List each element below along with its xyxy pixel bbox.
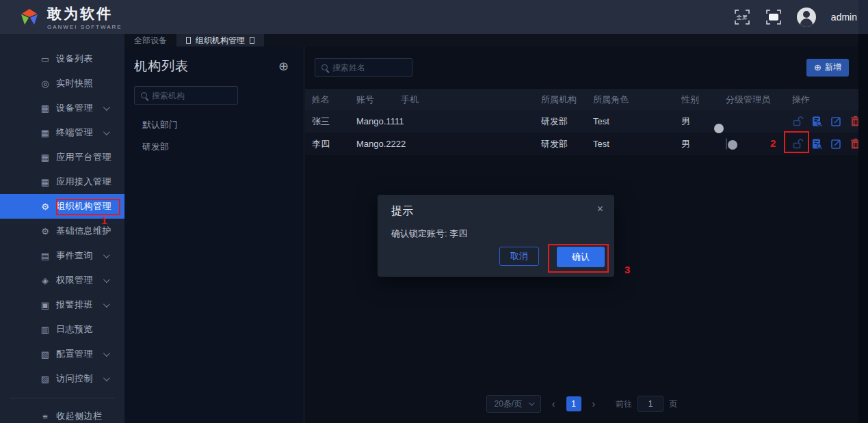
cell-org: 研发部 [541, 138, 593, 150]
cell-name: 张三 [312, 115, 356, 128]
grid-icon: ▦ [40, 177, 51, 187]
cell-account: Mango.2222 [356, 139, 401, 149]
cell-name: 李四 [312, 138, 356, 150]
sidebar-item-device-mgmt[interactable]: ▦ 设备管理 [0, 96, 124, 120]
logo-subtitle: GANWEI SOFTWARE [47, 24, 122, 30]
app-window: 敢为软件 GANWEI SOFTWARE 全屏 admin [0, 0, 868, 423]
sidebar-item-access-control[interactable]: ▨ 访问控制 [0, 366, 124, 391]
grid-icon: ▦ [40, 103, 51, 113]
sidebar-item-log-preview[interactable]: ▥ 日志预览 [0, 317, 124, 342]
chevron-down-icon [103, 251, 110, 258]
chevron-down-icon [103, 104, 110, 111]
confirm-button[interactable]: 确认 [557, 247, 605, 267]
gear-icon: ⚙ [40, 202, 51, 212]
sidebar-item-alarm-schedule[interactable]: ▣ 报警排班 [0, 292, 124, 317]
sidebar-item-app-platform-mgmt[interactable]: ▦ 应用平台管理 [0, 145, 124, 169]
cell-gender: 男 [681, 138, 726, 150]
logo: 敢为软件 GANWEI SOFTWARE [0, 4, 122, 30]
logo-title: 敢为软件 [47, 4, 122, 23]
chevron-down-icon [103, 276, 110, 283]
edit-icon[interactable] [830, 138, 842, 150]
pagination: 20条/页 ‹ 1 › 前往 页 [305, 395, 858, 413]
org-panel-title: 机构列表 [134, 57, 189, 75]
monitor-icon: ▭ [40, 54, 51, 64]
dialog-message: 确认锁定账号: 李四 [391, 228, 467, 240]
annotation-number-2: 2 [770, 137, 776, 149]
sidebar-item-realtime-snapshot[interactable]: ◎ 实时快照 [0, 71, 124, 96]
user-search-box[interactable] [315, 58, 412, 77]
app-header: 敢为软件 GANWEI SOFTWARE 全屏 admin [0, 0, 868, 34]
sidebar-item-device-list[interactable]: ▭ 设备列表 [0, 46, 124, 71]
sidebar-item-event-query[interactable]: ▤ 事件查询 [0, 243, 124, 268]
cell-role: Test [593, 139, 681, 149]
add-user-button[interactable]: ⊕ 新增 [806, 59, 849, 77]
dialog-title: 提示 [391, 204, 413, 219]
user-detail-icon[interactable] [811, 115, 823, 127]
prev-page-button[interactable]: ‹ [547, 398, 561, 409]
page-unit-label: 页 [669, 398, 677, 410]
close-icon[interactable]: × [597, 203, 603, 215]
collapse-sidebar-icon: ≡ [40, 411, 51, 422]
logo-mark-icon [19, 8, 40, 27]
lock-icon[interactable] [792, 115, 804, 127]
cell-role: Test [593, 116, 681, 126]
scrollbar-track[interactable] [858, 0, 868, 423]
org-search-input[interactable] [152, 91, 220, 100]
admin-toggle[interactable] [726, 138, 727, 150]
config-icon: ▧ [40, 349, 51, 359]
org-item-default-dept[interactable]: 默认部门 [124, 114, 304, 136]
edit-icon[interactable] [830, 115, 842, 127]
annotation-number-1: 1 [101, 215, 107, 226]
lock-icon[interactable] [792, 138, 804, 150]
sidebar-item-terminal-mgmt[interactable]: ▦ 终端管理 [0, 120, 124, 145]
tab-bar: 全部设备 组织机构管理 [124, 34, 868, 46]
org-item-rd-dept[interactable]: 研发部 [124, 136, 304, 158]
table-row: 张三 Mango.1111 研发部 Test 男 [305, 110, 858, 133]
plus-circle-icon: ⊕ [814, 62, 821, 72]
cell-account: Mango.1111 [356, 116, 401, 126]
tab-org-mgmt[interactable]: 组织机构管理 [176, 34, 264, 46]
tab-refresh-icon[interactable] [186, 37, 191, 44]
document-icon: ▤ [40, 251, 51, 261]
chevron-down-icon [103, 128, 110, 135]
fullscreen-icon[interactable]: 全屏 [734, 9, 750, 25]
chevron-down-icon [103, 301, 110, 308]
header-edge [858, 0, 868, 34]
user-search-input[interactable] [332, 63, 401, 72]
user-avatar[interactable] [797, 8, 816, 27]
sidebar-item-config-mgmt[interactable]: ▧ 配置管理 [0, 342, 124, 366]
next-page-button[interactable]: › [587, 398, 601, 409]
page-size-select[interactable]: 20条/页 [486, 395, 541, 413]
sidebar-item-app-access-mgmt[interactable]: ▦ 应用接入管理 [0, 169, 124, 194]
cancel-button[interactable]: 取消 [499, 247, 539, 266]
goto-page-input[interactable] [637, 396, 663, 412]
goto-label: 前往 [616, 398, 632, 410]
annotation-number-3: 3 [624, 264, 630, 275]
chevron-down-icon [103, 374, 110, 381]
org-list-panel: 机构列表 ⊕ 默认部门 研发部 [124, 46, 304, 423]
username-label[interactable]: admin [831, 12, 857, 23]
shield-icon: ◈ [40, 275, 51, 286]
camera-icon: ◎ [40, 79, 51, 89]
cell-org: 研发部 [541, 115, 593, 128]
org-search-box[interactable] [134, 86, 238, 105]
tab-close-icon[interactable] [250, 37, 254, 44]
search-icon [321, 64, 328, 70]
calendar-icon: ▣ [40, 300, 51, 310]
sidebar-item-permission-mgmt[interactable]: ◈ 权限管理 [0, 268, 124, 292]
table-header-row: 姓名 账号 手机 所属机构 所属角色 性别 分级管理员 操作 [305, 89, 858, 110]
grid-icon: ▦ [40, 152, 51, 163]
sidebar-nav: ▭ 设备列表 ◎ 实时快照 ▦ 设备管理 ▦ 终端管理 ▦ 应用平台管理 ▦ 应… [0, 34, 124, 423]
log-icon: ▥ [40, 325, 51, 335]
add-org-icon[interactable]: ⊕ [278, 60, 289, 72]
gear-icon: ⚙ [40, 226, 51, 236]
page-number-1[interactable]: 1 [566, 396, 581, 411]
chevron-down-icon [103, 350, 110, 357]
confirm-dialog: 提示 × 确认锁定账号: 李四 取消 确认 [378, 195, 614, 277]
screen-capture-icon[interactable] [765, 9, 782, 25]
collapse-sidebar-button[interactable]: ≡ 收起侧边栏 [0, 404, 124, 423]
tab-all-devices[interactable]: 全部设备 [124, 34, 176, 46]
access-icon: ▨ [40, 374, 51, 384]
grid-icon: ▦ [40, 128, 51, 138]
user-detail-icon[interactable] [811, 138, 823, 150]
